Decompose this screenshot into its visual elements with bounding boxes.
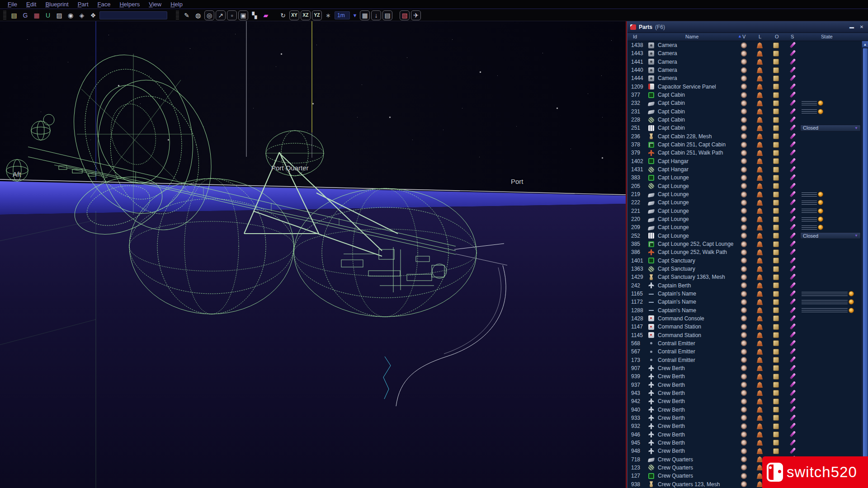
column-state[interactable]: State: [821, 34, 833, 39]
parts-panel-titlebar[interactable]: Parts (F6) ▬ ✕: [627, 21, 868, 33]
parts-row[interactable]: 378 Capt Cabin 251, Capt Cabin: [627, 141, 868, 149]
l-flag-icon[interactable]: [757, 390, 763, 396]
parts-row[interactable]: 231 Capt Cabin: [627, 108, 868, 116]
o-flag-icon[interactable]: [773, 167, 779, 173]
l-flag-icon[interactable]: [757, 175, 763, 181]
l-flag-icon[interactable]: [757, 340, 763, 346]
menu-helpers[interactable]: Helpers: [115, 0, 144, 8]
v-flag-icon[interactable]: [741, 67, 747, 73]
o-flag-icon[interactable]: [773, 332, 779, 338]
l-flag-icon[interactable]: [757, 183, 763, 189]
v-flag-icon[interactable]: [741, 125, 747, 131]
l-flag-icon[interactable]: [757, 133, 763, 139]
s-flag-icon[interactable]: [790, 431, 796, 437]
l-flag-icon[interactable]: [757, 365, 763, 371]
v-flag-icon[interactable]: [741, 75, 747, 81]
l-flag-icon[interactable]: [757, 200, 763, 206]
toolbar-grip[interactable]: [176, 11, 179, 20]
o-flag-icon[interactable]: [773, 249, 779, 255]
o-flag-icon[interactable]: [773, 158, 779, 164]
parts-row[interactable]: 1440 Camera: [627, 66, 868, 74]
parts-row[interactable]: 1444 Camera: [627, 74, 868, 82]
v-flag-icon[interactable]: [741, 324, 747, 330]
s-flag-icon[interactable]: [790, 58, 796, 65]
paint-icon[interactable]: ▧: [400, 10, 410, 20]
o-flag-icon[interactable]: [773, 282, 779, 288]
grid-icon[interactable]: ▦: [360, 10, 370, 20]
viewport-3d[interactable]: AftPort QuarterPort: [0, 21, 627, 488]
l-flag-icon[interactable]: [757, 208, 763, 214]
o-flag-icon[interactable]: [773, 125, 779, 131]
hand-icon[interactable]: ❖: [88, 10, 98, 20]
o-flag-icon[interactable]: [773, 183, 779, 189]
stamp-icon[interactable]: ▚: [250, 10, 259, 20]
g-tool-icon[interactable]: G: [20, 10, 30, 20]
v-flag-icon[interactable]: [741, 183, 747, 189]
o-flag-icon[interactable]: [773, 142, 779, 148]
l-flag-icon[interactable]: [757, 158, 763, 164]
v-flag-icon[interactable]: [741, 266, 747, 272]
s-flag-icon[interactable]: [790, 373, 796, 379]
menu-help[interactable]: Help: [166, 0, 187, 8]
o-flag-icon[interactable]: [773, 274, 779, 280]
scrollbar[interactable]: ▲: [862, 41, 868, 488]
s-flag-icon[interactable]: [790, 183, 796, 189]
l-flag-icon[interactable]: [757, 448, 763, 454]
orbit-icon[interactable]: ↻: [278, 10, 288, 20]
s-flag-icon[interactable]: [790, 66, 796, 73]
o-flag-icon[interactable]: [773, 233, 779, 239]
s-flag-icon[interactable]: [790, 125, 796, 131]
grid-size-dropdown[interactable]: ▼: [351, 13, 359, 18]
o-flag-icon[interactable]: [773, 390, 779, 396]
v-flag-icon[interactable]: [741, 158, 747, 164]
s-flag-icon[interactable]: [790, 298, 796, 305]
o-flag-icon[interactable]: [773, 108, 779, 114]
v-flag-icon[interactable]: [741, 340, 747, 346]
o-flag-icon[interactable]: [773, 67, 779, 73]
parts-row[interactable]: 1401 Capt Sanctuary: [627, 257, 868, 265]
v-flag-icon[interactable]: [741, 200, 747, 206]
parts-row[interactable]: 221 Capt Lounge: [627, 207, 868, 215]
parts-row[interactable]: 377 Capt Cabin: [627, 91, 868, 99]
l-flag-icon[interactable]: [757, 258, 763, 263]
parts-row[interactable]: 1429 Capt Sanctuary 1363, Mesh: [627, 273, 868, 281]
s-flag-icon[interactable]: [790, 365, 796, 371]
parts-row[interactable]: 1145 Command Station: [627, 331, 868, 339]
parts-row[interactable]: 383 Capt Lounge: [627, 174, 868, 182]
v-flag-icon[interactable]: [741, 92, 747, 98]
l-flag-icon[interactable]: [757, 142, 763, 148]
o-flag-icon[interactable]: [773, 258, 779, 263]
scrollbar-thumb[interactable]: [863, 48, 868, 485]
parts-row[interactable]: 386 Capt Lounge 252, Walk Path: [627, 248, 868, 256]
parts-row[interactable]: 937 Crew Berth: [627, 380, 868, 389]
parts-row[interactable]: 385 Capt Lounge 252, Capt Lounge: [627, 240, 868, 248]
l-flag-icon[interactable]: [757, 249, 763, 255]
v-flag-icon[interactable]: [741, 192, 747, 197]
v-flag-icon[interactable]: [741, 225, 747, 230]
l-flag-icon[interactable]: [757, 266, 763, 272]
l-flag-icon[interactable]: [757, 315, 763, 321]
l-flag-icon[interactable]: [757, 282, 763, 288]
l-flag-icon[interactable]: [757, 324, 763, 330]
s-flag-icon[interactable]: [790, 232, 796, 239]
v-flag-icon[interactable]: [741, 42, 747, 48]
plane-xz-button[interactable]: XZ: [301, 10, 311, 20]
o-flag-icon[interactable]: [773, 133, 779, 139]
s-flag-icon[interactable]: [790, 91, 796, 98]
l-flag-icon[interactable]: [757, 382, 763, 388]
s-flag-icon[interactable]: [790, 414, 796, 421]
s-flag-icon[interactable]: [790, 381, 796, 388]
parts-row[interactable]: 222 Capt Lounge: [627, 198, 868, 206]
o-flag-icon[interactable]: [773, 225, 779, 230]
diamond-icon[interactable]: ◈: [77, 10, 87, 20]
v-flag-icon[interactable]: [741, 432, 747, 437]
v-flag-icon[interactable]: [741, 233, 747, 239]
select-box-icon[interactable]: ▫: [227, 10, 237, 20]
s-flag-icon[interactable]: [790, 100, 796, 106]
v-flag-icon[interactable]: [741, 415, 747, 421]
parts-row[interactable]: 232 Capt Cabin: [627, 99, 868, 107]
o-flag-icon[interactable]: [773, 59, 779, 65]
parts-row[interactable]: 1443 Camera: [627, 49, 868, 57]
o-flag-icon[interactable]: [773, 192, 779, 197]
v-flag-icon[interactable]: [741, 399, 747, 404]
